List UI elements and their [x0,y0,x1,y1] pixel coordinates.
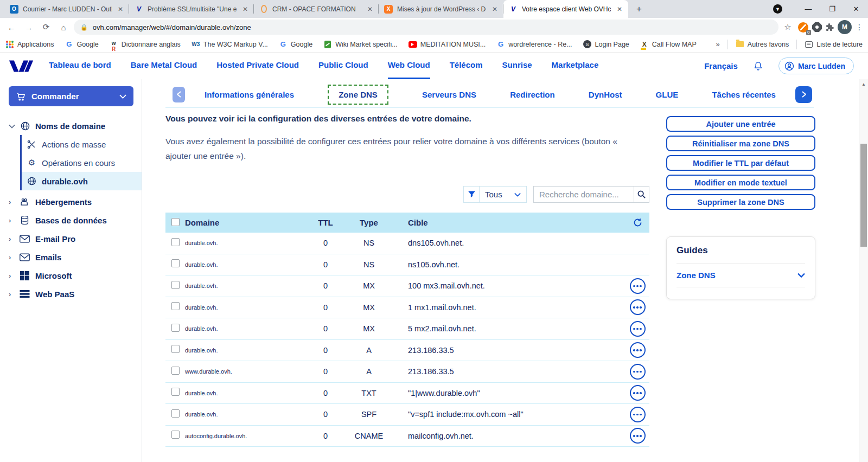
browser-avatar[interactable]: M [838,20,852,34]
bookmark-item[interactable]: wRDictionnaire anglais [110,40,181,49]
row-menu-button[interactable] [630,364,646,380]
reset-zone-button[interactable]: Réinitialiser ma zone DNS [666,136,815,151]
row-menu-button[interactable] [630,407,646,422]
sidebar-item-web-paas[interactable]: › Web PaaS [0,285,142,303]
refresh-icon[interactable] [633,218,642,227]
tab-dynhost[interactable]: DynHost [589,90,622,99]
row-checkbox[interactable] [171,281,180,289]
modify-ttl-button[interactable]: Modifier le TTL par défaut [666,155,815,171]
sidebar-item-bases-de-donnees[interactable]: › Bases de données [0,211,142,229]
close-icon[interactable]: ✕ [490,5,499,14]
bookmark-item[interactable]: GGoogle [279,40,312,49]
close-icon[interactable]: ✕ [116,5,125,14]
bookmark-item[interactable]: MEDITATION MUSI... [409,40,486,49]
row-checkbox[interactable] [171,388,180,396]
row-checkbox[interactable] [171,345,180,353]
guide-zone-dns-link[interactable]: Zone DNS [676,271,805,280]
search-button[interactable] [634,186,649,203]
language-selector[interactable]: Français [704,61,738,70]
bookmark-item[interactable]: SLogin Page [583,40,629,49]
scrollbar-thumb[interactable] [860,144,867,247]
sidebar-item-operations-en-cours[interactable]: ⚙ Opérations en cours [22,153,142,172]
sidebar-item-microsoft[interactable]: › Microsoft [0,266,142,285]
tab-zone-dns[interactable]: Zone DNS [328,85,388,105]
restore-button[interactable]: ❐ [820,0,844,18]
modify-textual-button[interactable]: Modifier en mode textuel [666,175,815,190]
row-checkbox[interactable] [171,431,180,439]
row-menu-button[interactable] [630,299,646,315]
row-menu-button[interactable] [630,342,646,358]
nav-tableau-de-bord[interactable]: Tableau de bord [49,53,111,79]
row-checkbox[interactable] [171,324,180,332]
filter-funnel-button[interactable] [463,186,479,203]
browser-tab[interactable]: X Mises à jour de WordPress ‹ Déve ✕ [379,0,503,18]
address-bar[interactable]: 🔒 ovh.com/manager/web/#/domain/durable.o… [74,20,778,35]
sidebar-item-emails[interactable]: › Emails [0,248,142,266]
bookmark-item[interactable]: Wiki Market specifi... [323,40,398,49]
bookmark-item[interactable]: GGoogle [65,40,98,49]
close-icon[interactable]: ✕ [615,5,624,14]
row-checkbox[interactable] [171,302,180,310]
nav-sunrise[interactable]: Sunrise [502,53,532,79]
tab-serveurs-dns[interactable]: Serveurs DNS [422,90,476,99]
minimize-button[interactable]: — [796,0,820,18]
close-icon[interactable]: ✕ [366,5,374,14]
row-checkbox[interactable] [171,238,180,246]
sidebar-item-actions-de-masse[interactable]: Actions de masse [22,135,142,153]
tabs-scroll-right-button[interactable] [795,86,812,103]
home-icon[interactable]: ⌂ [56,20,71,34]
tab-redirection[interactable]: Redirection [510,90,555,99]
nav-bare-metal-cloud[interactable]: Bare Metal Cloud [131,53,197,79]
bookmark-item[interactable]: XCall Flow MAP [640,40,697,49]
apps-shortcut[interactable]: Applications [5,40,54,49]
tabs-scroll-left-button[interactable] [173,87,185,102]
browser-tab-active[interactable]: V Votre espace client Web OVHclou ✕ [503,0,628,18]
type-filter-select[interactable]: Tous [479,186,527,203]
row-menu-button[interactable] [630,321,646,337]
sidebar-item-email-pro[interactable]: › E-mail Pro [0,229,142,248]
nav-web-cloud[interactable]: Web Cloud [388,53,430,79]
reading-list[interactable]: Liste de lecture [805,40,863,49]
commander-button[interactable]: Commander [9,86,133,106]
scrollbar-up-arrow[interactable]: ▲ [859,82,868,87]
sidebar-section-domains[interactable]: Noms de domaine [0,117,142,135]
row-menu-button[interactable] [630,385,646,401]
extension-orange-icon[interactable]: 0 [797,21,809,33]
back-icon[interactable]: ← [4,20,18,34]
sidebar-item-hebergements[interactable]: › Hébergements [0,193,142,211]
delete-zone-button[interactable]: Supprimer la zone DNS [666,194,815,210]
row-menu-button[interactable] [630,278,646,294]
ovhcloud-logo-icon[interactable] [5,58,37,74]
forward-icon[interactable]: → [22,20,36,34]
row-menu-button[interactable] [630,428,646,444]
close-window-button[interactable]: ✕ [844,0,868,18]
search-input[interactable] [533,186,634,203]
browser-tab[interactable]: CRM - OPACE FORMATION ✕ [254,0,379,18]
sidebar-item-durable-ovh[interactable]: durable.ovh [22,172,142,190]
bookmark-star-icon[interactable]: ☆ [782,21,794,33]
other-favorites[interactable]: Autres favoris [736,40,789,49]
bell-icon[interactable] [753,61,763,72]
reload-icon[interactable]: ⟳ [39,20,53,34]
tab-taches-recentes[interactable]: Tâches récentes [712,90,776,99]
tab-informations-generales[interactable]: Informations générales [205,90,294,99]
extensions-puzzle-icon[interactable] [825,23,834,32]
add-entry-button[interactable]: Ajouter une entrée [666,116,815,132]
extension-gear-icon[interactable] [812,22,822,32]
nav-public-cloud[interactable]: Public Cloud [318,53,368,79]
browser-menu-icon[interactable]: ⋮ [855,23,864,31]
tab-glue[interactable]: GLUE [656,90,679,99]
bookmarks-overflow-icon[interactable]: » [716,40,720,48]
select-all-checkbox[interactable] [171,218,180,226]
close-icon[interactable]: ✕ [241,5,250,14]
media-controls-icon[interactable]: ▼ [773,4,782,14]
row-checkbox[interactable] [171,409,180,418]
page-scrollbar[interactable]: ▲ [859,79,868,462]
row-checkbox[interactable] [171,259,180,267]
nav-marketplace[interactable]: Marketplace [552,53,599,79]
new-tab-button[interactable]: + [631,2,647,17]
bookmark-item[interactable]: W3The W3C Markup V... [192,40,268,49]
browser-tab[interactable]: V Problème SSL/multisite "Une erre ✕ [129,0,254,18]
bookmark-item[interactable]: Gwordreference - Re... [496,40,572,49]
row-checkbox[interactable] [171,367,180,375]
